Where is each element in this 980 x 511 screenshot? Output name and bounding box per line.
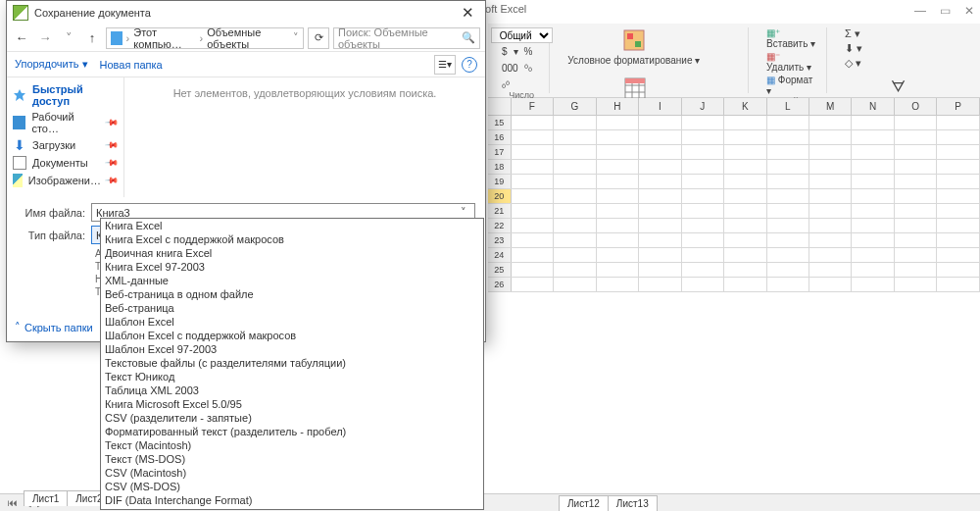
cell[interactable]	[682, 248, 724, 262]
cell[interactable]	[554, 130, 596, 144]
first-sheet-icon[interactable]: ⏮	[8, 497, 18, 508]
cell[interactable]	[809, 175, 852, 188]
cell[interactable]	[724, 263, 766, 277]
cell[interactable]	[682, 219, 724, 232]
cell[interactable]	[895, 233, 937, 247]
cell[interactable]	[809, 248, 852, 262]
cell[interactable]	[937, 219, 979, 232]
filetype-option[interactable]: CSV (MS-DOS)	[101, 480, 483, 493]
currency-icon[interactable]: $	[502, 46, 508, 57]
close-icon[interactable]: ✕	[964, 4, 974, 18]
clear-button[interactable]: ◇ ▾	[845, 57, 862, 70]
cell[interactable]	[895, 175, 937, 188]
sidebar-item[interactable]: Рабочий сто…📌	[7, 109, 123, 136]
cell[interactable]	[895, 263, 937, 277]
column-header[interactable]: L	[767, 98, 809, 115]
cell[interactable]	[554, 219, 596, 232]
row-header[interactable]: 17	[488, 145, 512, 159]
cell[interactable]	[554, 160, 596, 174]
cell[interactable]	[724, 160, 766, 174]
cell[interactable]	[767, 189, 809, 203]
cell[interactable]	[852, 219, 894, 232]
cell[interactable]	[809, 160, 852, 174]
cell[interactable]	[724, 116, 766, 129]
filetype-option[interactable]: DIF (Data Interchange Format)	[101, 493, 483, 507]
file-list-pane[interactable]: Нет элементов, удовлетворяющих условиям …	[124, 77, 485, 197]
filetype-option[interactable]: Книга Excel 97-2003	[101, 260, 483, 274]
cell[interactable]	[937, 189, 979, 203]
column-header[interactable]: G	[554, 98, 596, 115]
cell[interactable]	[895, 130, 937, 144]
cell[interactable]	[724, 204, 766, 218]
cell[interactable]	[767, 278, 809, 291]
cell[interactable]	[809, 130, 852, 144]
cell[interactable]	[937, 116, 979, 129]
column-header[interactable]: O	[895, 98, 937, 115]
cell[interactable]	[597, 160, 639, 174]
inc-decimal-icon[interactable]: ⁰₀	[524, 63, 532, 74]
cell[interactable]	[554, 263, 596, 277]
cell[interactable]	[682, 233, 724, 247]
cell[interactable]	[682, 278, 724, 291]
cell[interactable]	[639, 130, 681, 144]
cell[interactable]	[597, 204, 639, 218]
row-header[interactable]: 18	[488, 160, 512, 174]
cell[interactable]	[809, 219, 852, 232]
cell[interactable]	[554, 175, 596, 188]
filetype-option[interactable]: Книга Excel с поддержкой макросов	[101, 232, 483, 246]
cell[interactable]	[512, 145, 554, 159]
cell[interactable]	[724, 219, 766, 232]
breadcrumb[interactable]: › Этот компью… › Объемные объекты ˅	[106, 27, 304, 49]
row-header[interactable]: 23	[488, 233, 512, 247]
cell[interactable]	[512, 175, 554, 188]
cell[interactable]	[512, 248, 554, 262]
filetype-option[interactable]: CSV (разделители - запятые)	[101, 411, 483, 425]
cell[interactable]	[639, 116, 681, 129]
cell[interactable]	[597, 116, 639, 129]
cell[interactable]	[767, 263, 809, 277]
cell[interactable]	[512, 204, 554, 218]
cell[interactable]	[639, 278, 681, 291]
cell[interactable]	[597, 278, 639, 291]
row-header[interactable]: 15	[488, 116, 512, 129]
column-header[interactable]: K	[724, 98, 766, 115]
cell[interactable]	[597, 130, 639, 144]
refresh-button[interactable]: ⟳	[308, 27, 329, 49]
new-folder-button[interactable]: Новая папка	[100, 59, 163, 71]
cell[interactable]	[809, 278, 852, 291]
cell[interactable]	[597, 248, 639, 262]
cell[interactable]	[512, 160, 554, 174]
cell[interactable]	[597, 219, 639, 232]
cell[interactable]	[852, 145, 894, 159]
sidebar-item[interactable]: ⬇Загрузки📌	[7, 136, 123, 154]
cell[interactable]	[639, 145, 681, 159]
autosum-button[interactable]: Σ ▾	[845, 27, 862, 40]
cell[interactable]	[554, 145, 596, 159]
nav-back-button[interactable]: ←	[12, 28, 31, 48]
cell[interactable]	[852, 189, 894, 203]
cell[interactable]	[682, 263, 724, 277]
cell[interactable]	[512, 263, 554, 277]
column-header[interactable]: F	[512, 98, 554, 115]
cell[interactable]	[809, 204, 852, 218]
number-format-select[interactable]: Общий	[491, 27, 553, 43]
cell[interactable]	[724, 233, 766, 247]
cell[interactable]	[937, 175, 979, 188]
column-header[interactable]: I	[639, 98, 681, 115]
filetype-option[interactable]: Шаблон Excel	[101, 315, 483, 329]
cell[interactable]	[767, 130, 809, 144]
help-button[interactable]: ?	[462, 57, 477, 73]
cell[interactable]	[767, 145, 809, 159]
column-header[interactable]: M	[809, 98, 852, 115]
cell[interactable]	[895, 278, 937, 291]
cell[interactable]	[852, 116, 894, 129]
nav-up-button[interactable]: ↑	[82, 28, 102, 48]
conditional-formatting-button[interactable]: Условное форматирование ▾	[567, 27, 700, 66]
sheet-tab[interactable]: Лист1	[24, 490, 68, 506]
filetype-option[interactable]: Книга Microsoft Excel 5.0/95	[101, 397, 483, 411]
filetype-option[interactable]: SYLK (Symbolic Link)	[101, 507, 483, 510]
sheet-tab[interactable]: Лист13	[608, 495, 658, 511]
cell[interactable]	[937, 145, 979, 159]
cell[interactable]	[809, 145, 852, 159]
cell[interactable]	[597, 233, 639, 247]
